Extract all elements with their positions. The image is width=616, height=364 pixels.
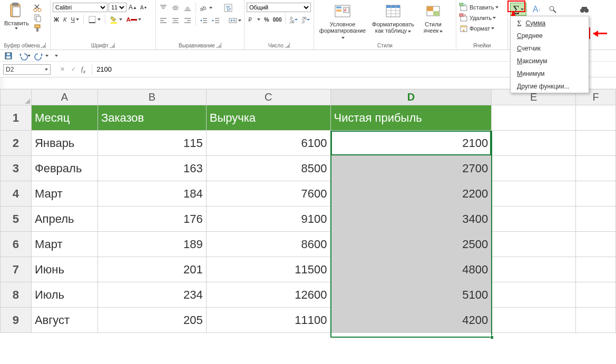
cell-F9[interactable] — [576, 308, 616, 333]
cell-B6[interactable]: 189 — [97, 232, 206, 257]
comma-format-button[interactable]: 000 — [272, 16, 283, 23]
row-header-9[interactable]: 9 — [1, 308, 32, 333]
autosum-avg-item[interactable]: Среднее — [511, 29, 589, 42]
cell-A8[interactable]: Июль — [31, 282, 97, 308]
cell-C9[interactable]: 11100 — [206, 308, 330, 333]
cell-A2[interactable]: Январь — [31, 131, 97, 156]
cell-E1[interactable] — [492, 105, 576, 131]
qat-redo-button[interactable] — [35, 51, 50, 61]
cell-E7[interactable] — [492, 257, 576, 282]
autosum-button[interactable]: ∑ — [510, 3, 526, 16]
percent-format-button[interactable]: % — [263, 16, 270, 23]
decrease-font-button[interactable]: A▼ — [139, 4, 149, 11]
cell-B1[interactable]: Заказов — [97, 105, 206, 131]
cell-C8[interactable]: 12600 — [206, 282, 330, 308]
fill-handle[interactable] — [490, 336, 494, 339]
row-header-2[interactable]: 2 — [1, 131, 32, 156]
cell-A1[interactable]: Месяц — [31, 105, 97, 131]
bold-button[interactable]: Ж — [53, 16, 60, 23]
increase-decimal-button[interactable]: ,0,00 — [288, 15, 299, 24]
cell-F7[interactable] — [576, 257, 616, 282]
qat-customize-button[interactable] — [53, 54, 59, 57]
align-bottom-button[interactable] — [182, 3, 193, 13]
cell-C4[interactable]: 7600 — [206, 181, 330, 206]
align-right-button[interactable] — [182, 16, 193, 25]
cell-F2[interactable] — [576, 131, 616, 156]
row-header-8[interactable]: 8 — [1, 282, 32, 308]
align-middle-button[interactable] — [170, 3, 181, 13]
col-header-B[interactable]: B — [97, 90, 206, 105]
merge-center-button[interactable] — [228, 16, 242, 25]
conditional-formatting-button[interactable]: ≠ Условное форматирование — [316, 2, 369, 41]
align-center-button[interactable] — [170, 16, 181, 25]
cell-A4[interactable]: Март — [31, 181, 97, 206]
cell-E2[interactable] — [492, 131, 576, 156]
autosum-min-item[interactable]: Минимум — [511, 67, 589, 80]
delete-cells-button[interactable]: ×Удалить — [458, 13, 497, 23]
underline-button[interactable]: Ч — [70, 16, 80, 23]
decrease-decimal-button[interactable]: ,00,0 — [300, 15, 311, 24]
cell-B7[interactable]: 201 — [97, 257, 206, 282]
cell-B3[interactable]: 163 — [97, 156, 206, 181]
italic-button[interactable]: К — [62, 16, 67, 23]
row-header-4[interactable]: 4 — [1, 181, 32, 206]
cell-D2[interactable]: 2100 — [330, 131, 492, 156]
cell-C7[interactable]: 11500 — [206, 257, 330, 282]
increase-font-button[interactable]: A▲ — [128, 3, 138, 12]
format-painter-button[interactable] — [33, 23, 43, 33]
cell-D7[interactable]: 4800 — [330, 257, 492, 282]
cell-B4[interactable]: 184 — [97, 181, 206, 206]
cell-E4[interactable] — [492, 181, 576, 206]
borders-button[interactable] — [87, 15, 102, 24]
cell-A6[interactable]: Март — [31, 232, 97, 257]
clipboard-dialog-launcher[interactable] — [41, 43, 46, 48]
cell-B8[interactable]: 234 — [97, 282, 206, 308]
copy-button[interactable] — [33, 13, 43, 23]
cell-E9[interactable] — [492, 308, 576, 333]
cell-C5[interactable]: 9100 — [206, 206, 330, 232]
cell-D3[interactable]: 2700 — [330, 156, 492, 181]
cell-F1[interactable] — [576, 105, 616, 131]
decrease-indent-button[interactable] — [199, 16, 209, 25]
cell-E3[interactable] — [492, 156, 576, 181]
cell-C1[interactable]: Выручка — [206, 105, 330, 131]
number-dialog-launcher[interactable] — [285, 43, 290, 48]
autosum-count-item[interactable]: Счетчик — [511, 42, 589, 55]
cell-D4[interactable]: 2200 — [330, 181, 492, 206]
autosum-sum-item[interactable]: ∑ Сумма — [511, 16, 589, 29]
cell-D6[interactable]: 2500 — [330, 232, 492, 257]
font-dialog-launcher[interactable] — [110, 43, 115, 48]
select-all-corner[interactable] — [1, 90, 32, 105]
cell-F6[interactable] — [576, 232, 616, 257]
row-header-7[interactable]: 7 — [1, 257, 32, 282]
cell-C6[interactable]: 8600 — [206, 232, 330, 257]
accounting-format-button[interactable]: ₽ — [247, 15, 261, 24]
formula-cancel-button[interactable]: ✕ — [59, 65, 66, 73]
formula-enter-button[interactable]: ✓ — [70, 65, 77, 73]
cut-button[interactable] — [33, 3, 43, 13]
col-header-D[interactable]: D — [330, 90, 492, 105]
cell-E8[interactable] — [492, 282, 576, 308]
cell-D8[interactable]: 5100 — [330, 282, 492, 308]
cell-F3[interactable] — [576, 156, 616, 181]
cell-B5[interactable]: 176 — [97, 206, 206, 232]
col-header-C[interactable]: C — [206, 90, 330, 105]
sort-filter-button[interactable]: A↓ — [532, 4, 542, 15]
cell-A7[interactable]: Июнь — [31, 257, 97, 282]
cell-E6[interactable] — [492, 232, 576, 257]
cell-E5[interactable] — [492, 206, 576, 232]
cell-F4[interactable] — [576, 181, 616, 206]
qat-undo-button[interactable] — [17, 51, 32, 61]
binoculars-button[interactable] — [579, 5, 590, 14]
cell-styles-button[interactable]: Стили ячеек — [417, 2, 449, 35]
align-left-button[interactable] — [158, 16, 169, 25]
cell-C2[interactable]: 6100 — [206, 131, 330, 156]
cell-F5[interactable] — [576, 206, 616, 232]
insert-cells-button[interactable]: +Вставить — [458, 3, 500, 12]
font-size-combo[interactable]: 11 — [109, 3, 126, 12]
cell-D1[interactable]: Чистая прибыль — [330, 105, 492, 131]
cell-A5[interactable]: Апрель — [31, 206, 97, 232]
cell-A9[interactable]: Август — [31, 308, 97, 333]
cell-A3[interactable]: Февраль — [31, 156, 97, 181]
find-select-button[interactable] — [547, 5, 558, 14]
